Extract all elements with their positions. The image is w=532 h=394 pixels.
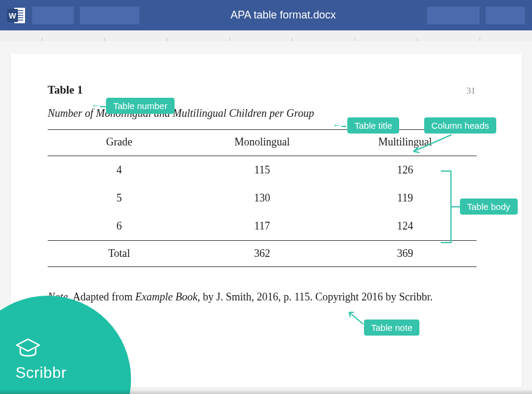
ribbon-button[interactable] <box>80 7 139 24</box>
cell-mono: 115 <box>191 156 334 185</box>
ribbon-button[interactable] <box>427 7 480 24</box>
word-icon: W <box>7 7 26 24</box>
annotation-arrow <box>341 126 346 127</box>
cell-multi: 126 <box>334 156 477 185</box>
cell-grade: 5 <box>48 184 191 212</box>
bottom-shadow <box>0 389 532 394</box>
ribbon-button[interactable] <box>486 7 525 24</box>
note-rest: , by J. Smith, 2016, p. 115. Copyright 2… <box>197 291 433 303</box>
ribbon-button[interactable] <box>32 7 74 24</box>
annotation-column-heads: Column heads <box>424 117 496 134</box>
bracket-icon <box>441 170 452 243</box>
table-number: Table 1 <box>48 83 486 97</box>
arrow-left-icon <box>91 100 101 111</box>
cell-total-multi: 369 <box>334 241 477 267</box>
cell-multi: 124 <box>334 212 477 241</box>
brand-name: Scribbr <box>15 364 67 382</box>
table-total-row: Total 362 369 <box>48 241 477 267</box>
column-head: Monolingual <box>191 130 334 156</box>
annotation-table-number: Table number <box>106 98 175 114</box>
annotation-table-note: Table note <box>364 319 419 336</box>
graduation-cap-icon <box>15 338 67 362</box>
annotation-arrow <box>452 206 460 207</box>
table-row: 4 115 126 <box>48 156 477 185</box>
table-row: 5 130 119 <box>48 184 477 212</box>
word-titlebar: W APA table format.docx <box>0 0 532 30</box>
document-filename: APA table format.docx <box>145 9 421 21</box>
cell-total-mono: 362 <box>191 241 334 267</box>
cell-multi: 119 <box>334 184 477 212</box>
column-head: Multilingual <box>334 130 477 156</box>
cell-mono: 130 <box>191 184 334 212</box>
page-number: 31 <box>466 86 475 96</box>
column-head: Grade <box>48 130 191 156</box>
table-row: 6 117 124 <box>48 212 477 241</box>
cell-mono: 117 <box>191 212 334 241</box>
cell-grade: 6 <box>48 212 191 241</box>
cell-total-label: Total <box>48 241 191 267</box>
cell-grade: 4 <box>48 156 191 185</box>
note-book: Example Book <box>135 291 197 303</box>
table-note: Note. Adapted from Example Book, by J. S… <box>48 291 486 303</box>
annotation-arrow <box>412 134 455 155</box>
annotation-table-body: Table body <box>460 198 518 215</box>
ruler <box>0 30 532 41</box>
annotation-arrow <box>348 311 366 327</box>
annotation-table-title: Table title <box>347 117 399 134</box>
arrow-left-icon <box>332 120 342 131</box>
scribbr-logo: Scribbr <box>15 338 67 382</box>
annotation-arrow <box>100 106 106 107</box>
svg-text:W: W <box>9 11 17 20</box>
